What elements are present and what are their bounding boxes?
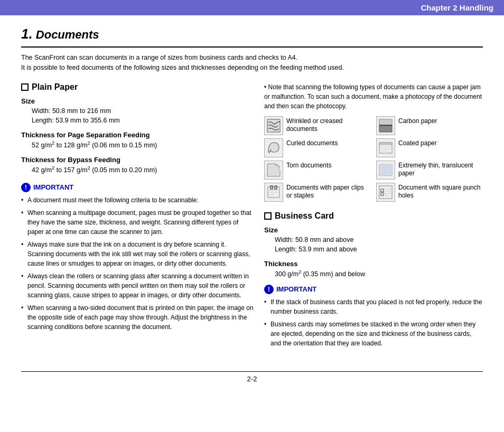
svg-rect-20 (379, 186, 392, 199)
torn-icon (264, 161, 283, 180)
intro-line1: The ScanFront can scan documents in a ra… (21, 53, 483, 63)
important-item-1-4: When scanning a two-sided document that … (21, 303, 254, 332)
section-label: Documents (36, 28, 99, 41)
size-label: Size (21, 97, 254, 105)
important-title-1: ! IMPORTANT (21, 183, 254, 192)
chapter-title: Chapter 2 Handling (421, 3, 493, 12)
important-box-2: ! IMPORTANT If the stack of business car… (264, 285, 483, 348)
note-text: • Note that scanning the following types… (264, 82, 483, 111)
carbon-label: Carbon paper (398, 116, 437, 126)
bc-size-label: Size (264, 226, 483, 234)
intro-line2: It is possible to feed documents of the … (21, 63, 483, 73)
important-item-1-1: When scanning a multipage document, page… (21, 208, 254, 237)
thick-bypass-label: Thickness for Bypass Feeding (21, 156, 254, 164)
business-card-label: Business Card (275, 211, 334, 221)
important-box-1: ! IMPORTANT A document must meet the fol… (21, 183, 254, 332)
svg-rect-2 (379, 126, 392, 132)
checkbox-icon-bc (264, 212, 272, 220)
important-item-1-0: A document must meet the following crite… (21, 195, 254, 205)
doc-item-torn: Torn documents (264, 161, 371, 180)
important-list-2: If the stack of business cards that you … (264, 297, 483, 348)
bc-thickness-val: 300 g/m2 (0.35 mm) and below (264, 269, 483, 279)
left-column: Plain Paper Size Width: 50.8 mm to 216 m… (21, 82, 254, 355)
doc-item-clips: Documents with paper clips or staples (264, 183, 371, 202)
carbon-icon (376, 116, 395, 135)
svg-rect-5 (379, 143, 392, 145)
doc-item-carbon: Carbon paper (376, 116, 483, 135)
wrinkled-icon (264, 116, 283, 135)
clips-label: Documents with paper clips or staples (286, 183, 371, 200)
thick-page-sep-label: Thickness for Page Separation Feeding (21, 131, 254, 139)
checkbox-icon (21, 83, 29, 91)
curled-icon (264, 138, 283, 157)
svg-rect-22 (381, 193, 384, 195)
doc-type-grid: Wrinkled or creased documents Carbon pap… (264, 116, 483, 202)
doc-item-wrinkled: Wrinkled or creased documents (264, 116, 371, 135)
important-title-2: ! IMPORTANT (264, 285, 483, 294)
section-number: 1. (21, 26, 33, 42)
clips-icon (264, 183, 283, 202)
important-item-1-3: Always clean the rollers or scanning gla… (21, 271, 254, 300)
plain-paper-width: Width: 50.8 mm to 216 mm Length: 53.9 mm… (21, 106, 254, 126)
important-icon-1: ! (21, 183, 31, 192)
page-header: Chapter 2 Handling (0, 0, 504, 15)
doc-item-thin: Extremely thin, translucent paper (376, 161, 483, 180)
business-card-heading: Business Card (264, 211, 483, 221)
bc-size-vals: Width: 50.8 mm and above Length: 53.9 mm… (264, 235, 483, 255)
page-number: 2-2 (247, 375, 257, 383)
coated-icon (376, 138, 395, 157)
important-list-1: A document must meet the following crite… (21, 195, 254, 332)
thick-bypass-val: 42 g/m2 to 157 g/m2 (0.05 mm to 0.20 mm) (21, 165, 254, 175)
important-icon-2: ! (264, 285, 274, 294)
plain-paper-heading: Plain Paper (21, 82, 254, 92)
thin-icon (376, 161, 395, 180)
curled-label: Curled documents (286, 138, 338, 148)
page-footer: 2-2 (21, 371, 483, 383)
thin-label: Extremely thin, translucent paper (398, 161, 483, 178)
thick-page-sep-val: 52 g/m2 to 128 g/m2 (0.06 mm to 0.15 mm) (21, 140, 254, 151)
coated-label: Coated paper (398, 138, 437, 148)
doc-item-punch: Document with square punch holes (376, 183, 483, 202)
important-item-2-0: If the stack of business cards that you … (264, 297, 483, 316)
svg-rect-21 (381, 189, 384, 192)
right-column: • Note that scanning the following types… (264, 82, 483, 355)
doc-item-curled: Curled documents (264, 138, 371, 157)
bc-thickness-label: Thickness (264, 260, 483, 268)
wrinkled-label: Wrinkled or creased documents (286, 116, 371, 134)
intro-text: The ScanFront can scan documents in a ra… (21, 53, 483, 73)
section-title: 1. Documents (21, 26, 483, 48)
torn-label: Torn documents (286, 161, 331, 170)
plain-paper-label: Plain Paper (32, 82, 78, 92)
doc-item-coated: Coated paper (376, 138, 483, 157)
important-item-1-2: Always make sure that the ink on a docum… (21, 240, 254, 268)
important-item-2-1: Business cards may sometimes be stacked … (264, 320, 483, 348)
svg-rect-1 (379, 119, 392, 126)
punch-label: Document with square punch holes (398, 183, 483, 200)
punch-icon (376, 183, 395, 202)
